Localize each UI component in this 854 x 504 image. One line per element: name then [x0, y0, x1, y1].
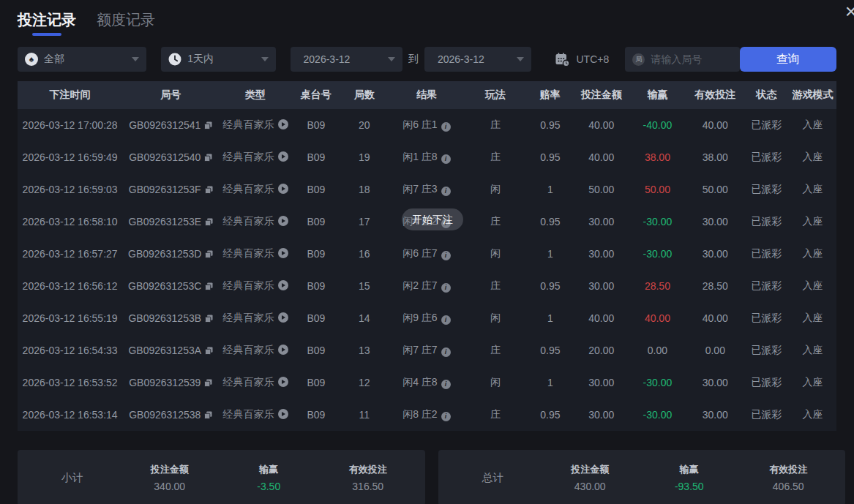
- round-id-text: GB0926312538: [129, 409, 201, 421]
- play-video-icon[interactable]: [278, 248, 288, 258]
- column-header: 玩法: [465, 81, 526, 109]
- round-id-text: GB092631253E: [128, 216, 201, 227]
- table-row[interactable]: 2026-03-12 16:57:27 GB092631253D 经典百家乐 B…: [18, 238, 836, 270]
- bet-amount-cell: 30.00: [574, 206, 629, 238]
- stat-label: 输赢: [640, 463, 739, 476]
- game-type-text: 经典百家乐: [223, 247, 274, 259]
- clock-icon: [168, 53, 181, 66]
- round-search-box[interactable]: 局: [625, 47, 739, 72]
- info-icon[interactable]: i: [441, 315, 451, 325]
- round-id-cell: GB092631253E: [122, 206, 219, 238]
- copy-icon[interactable]: [204, 154, 212, 162]
- tab-betting-records[interactable]: 投注记录: [18, 10, 76, 39]
- table-row[interactable]: 2026-03-12 16:53:14 GB0926312538 经典百家乐 B…: [18, 399, 836, 431]
- valid-bet-cell: 38.00: [686, 141, 743, 173]
- bet-type-cell: 庄: [465, 399, 526, 431]
- game-type-select[interactable]: ♠ 全部: [18, 47, 146, 72]
- timezone-label: UTC+8: [576, 53, 609, 65]
- copy-icon[interactable]: [205, 315, 213, 323]
- bet-type-cell: 闲: [465, 366, 526, 399]
- game-type-cell: 经典百家乐: [219, 366, 292, 399]
- bet-type-cell: 庄: [465, 334, 526, 366]
- time-range-select[interactable]: 1天内: [161, 47, 275, 72]
- table-row[interactable]: 2026-03-12 16:59:03 GB092631253F 经典百家乐 B…: [18, 173, 836, 206]
- round-no-cell: 13: [340, 334, 389, 366]
- query-button[interactable]: 查询: [740, 47, 836, 72]
- tab-bar: 投注记录 额度记录: [0, 0, 854, 39]
- play-video-icon[interactable]: [278, 119, 288, 129]
- play-video-icon[interactable]: [278, 184, 288, 194]
- winloss-cell: 28.50: [629, 270, 686, 302]
- bet-type-cell: 闲: [465, 173, 526, 206]
- round-search-input[interactable]: [651, 53, 731, 65]
- copy-icon[interactable]: [205, 250, 213, 258]
- copy-icon[interactable]: [204, 411, 212, 419]
- bet-type-cell: 庄: [465, 109, 526, 141]
- time-range-value: 1天内: [181, 53, 256, 66]
- play-video-icon[interactable]: [278, 409, 288, 419]
- winloss-cell: -30.00: [629, 399, 686, 431]
- play-video-icon[interactable]: [278, 216, 288, 226]
- close-icon[interactable]: ×: [845, 1, 854, 22]
- game-type-value: 全部: [38, 53, 127, 66]
- table-no-cell: B09: [292, 366, 340, 399]
- bet-time-cell: 2026-03-12 16:59:49: [18, 141, 122, 173]
- odds-cell: 1: [526, 302, 574, 334]
- valid-bet-cell: 40.00: [686, 109, 743, 141]
- table-row[interactable]: 2026-03-12 16:56:12 GB092631253C 经典百家乐 B…: [18, 270, 836, 302]
- game-type-text: 经典百家乐: [223, 183, 274, 195]
- info-icon[interactable]: i: [441, 154, 451, 164]
- copy-icon[interactable]: [204, 121, 212, 129]
- round-no-cell: 18: [340, 173, 389, 206]
- date-from-value: 2026-3-12: [298, 53, 383, 65]
- bet-amount-cell: 20.00: [574, 334, 629, 366]
- play-video-icon[interactable]: [278, 151, 288, 162]
- copy-icon[interactable]: [205, 282, 213, 290]
- info-icon[interactable]: i: [441, 283, 451, 293]
- info-icon[interactable]: i: [441, 122, 451, 132]
- valid-bet-cell: 30.00: [686, 206, 743, 238]
- play-video-icon[interactable]: [278, 280, 288, 290]
- info-icon[interactable]: i: [441, 187, 451, 196]
- game-mode-cell: 入座: [789, 334, 836, 366]
- table-row[interactable]: 2026-03-12 16:54:33 GB092631253A 经典百家乐 B…: [18, 334, 836, 366]
- bet-amount-cell: 40.00: [574, 141, 629, 173]
- copy-icon[interactable]: [204, 379, 212, 387]
- info-icon[interactable]: i: [441, 412, 451, 421]
- table-row[interactable]: 2026-03-12 16:59:49 GB0926312540 经典百家乐 B…: [18, 141, 836, 173]
- result-cell: 闲6 庄7i: [389, 238, 465, 270]
- info-icon[interactable]: i: [441, 251, 451, 260]
- tab-quota-records[interactable]: 额度记录: [97, 10, 155, 39]
- date-to-select[interactable]: 2026-3-12: [424, 47, 532, 72]
- odds-cell: 0.95: [526, 334, 574, 366]
- copy-icon[interactable]: [205, 218, 213, 226]
- info-icon[interactable]: i: [441, 347, 451, 357]
- result-cell: 闲4 庄8i: [389, 366, 465, 399]
- date-from-select[interactable]: 2026-3-12: [291, 47, 402, 72]
- winloss-value: 28.50: [645, 280, 670, 292]
- copy-icon[interactable]: [205, 186, 213, 194]
- info-icon[interactable]: i: [441, 380, 451, 389]
- play-video-icon[interactable]: [278, 345, 288, 355]
- status-cell: 已派彩: [743, 302, 789, 334]
- copy-icon[interactable]: [205, 347, 213, 355]
- game-mode-cell: 入座: [789, 399, 836, 431]
- calendar-clock-icon: [555, 52, 570, 67]
- play-video-icon[interactable]: [278, 377, 288, 387]
- timezone-display: UTC+8: [555, 52, 609, 67]
- winloss-cell: 40.00: [629, 302, 686, 334]
- play-video-icon[interactable]: [278, 312, 288, 323]
- table-row[interactable]: 2026-03-12 17:00:28 GB0926312541 经典百家乐 B…: [18, 109, 836, 141]
- bet-time-cell: 2026-03-12 16:54:33: [18, 334, 122, 366]
- winloss-cell: -40.00: [629, 109, 686, 141]
- odds-cell: 0.95: [526, 270, 574, 302]
- stat-value: -3.50: [220, 481, 319, 492]
- winloss-value: 50.00: [645, 184, 670, 195]
- table-row[interactable]: 2026-03-12 16:55:19 GB092631253B 经典百家乐 B…: [18, 302, 836, 334]
- column-header: 游戏模式: [789, 81, 836, 109]
- table-row[interactable]: 2026-03-12 16:53:52 GB0926312539 经典百家乐 B…: [18, 366, 836, 399]
- round-no-cell: 19: [340, 141, 389, 173]
- table-no-cell: B09: [292, 270, 340, 302]
- table-no-cell: B09: [292, 173, 340, 206]
- bet-type-cell: 庄: [465, 206, 526, 238]
